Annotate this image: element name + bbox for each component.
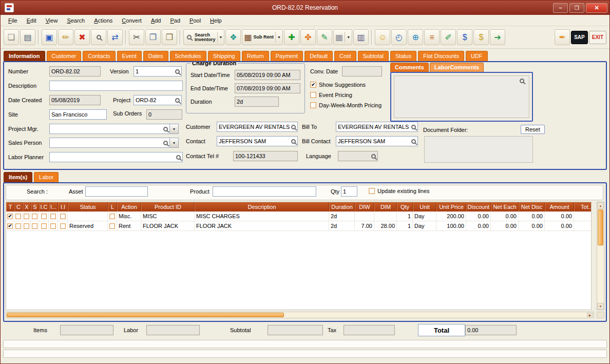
tab-flat-discounts[interactable]: Flat Discounts bbox=[418, 51, 464, 61]
column-header-i-c[interactable]: I.C bbox=[39, 202, 49, 212]
menu-view[interactable]: View bbox=[41, 15, 63, 26]
date-created-field[interactable]: 05/08/2019 bbox=[49, 95, 101, 105]
menu-add[interactable]: Add bbox=[146, 15, 166, 26]
payment-money-button[interactable]: $ bbox=[473, 29, 489, 45]
row-checkbox[interactable] bbox=[60, 223, 66, 229]
tab-items[interactable]: Item(s) bbox=[4, 172, 32, 182]
menu-pad[interactable]: Pad bbox=[165, 15, 185, 26]
magnifier-icon[interactable] bbox=[175, 69, 180, 74]
column-header-l[interactable]: L bbox=[108, 202, 117, 212]
tab-customer[interactable]: Customer bbox=[47, 51, 82, 61]
column-header-dim[interactable]: DIM bbox=[374, 202, 397, 212]
contact-field[interactable]: JEFFERSON SAM bbox=[217, 136, 298, 146]
reset-button[interactable]: Reset bbox=[521, 125, 545, 134]
delete-button[interactable]: ✖ bbox=[74, 29, 90, 45]
end-datetime-field[interactable]: 07/08/2019 09:00 AM bbox=[235, 83, 300, 93]
comments-textarea[interactable] bbox=[394, 75, 529, 118]
new-order-button[interactable]: ❏ bbox=[4, 29, 19, 45]
calendar-button[interactable]: ▦ bbox=[333, 29, 352, 45]
column-header-unit-price[interactable]: Unit Price bbox=[436, 202, 466, 212]
row-checkbox[interactable] bbox=[7, 223, 13, 229]
version-field[interactable]: 1 bbox=[134, 66, 182, 76]
column-header-diw[interactable]: DIW bbox=[355, 202, 374, 212]
column-header-net-each[interactable]: Net Each bbox=[491, 202, 519, 212]
tab-default[interactable]: Default bbox=[304, 51, 333, 61]
customer-field[interactable]: EVERGREEN AV RENTALS bbox=[217, 122, 298, 132]
tab-udf[interactable]: UDF bbox=[466, 51, 488, 61]
magnifier-icon[interactable] bbox=[291, 125, 296, 129]
tab-cost[interactable]: Cost bbox=[334, 51, 356, 61]
menu-convert[interactable]: Convert bbox=[117, 15, 146, 26]
reports-stack-button[interactable]: ≡ bbox=[424, 29, 440, 45]
menu-search[interactable]: Search bbox=[62, 15, 89, 26]
maximize-button[interactable] bbox=[569, 3, 584, 13]
update-existing-lines-checkbox[interactable] bbox=[369, 188, 375, 194]
tab-shipping[interactable]: Shipping bbox=[208, 51, 240, 61]
column-header-status[interactable]: Status bbox=[68, 202, 108, 212]
contact-tel-field[interactable]: 100-121433 bbox=[233, 151, 298, 161]
menu-actions[interactable]: Actions bbox=[89, 15, 117, 26]
duration-field[interactable]: 2d bbox=[235, 97, 279, 107]
table-row[interactable]: ReservedRentFLOOR JACKFLOOR JACK2d7.0028… bbox=[6, 221, 591, 231]
tab-comments[interactable]: Comments bbox=[390, 63, 429, 72]
paste-button[interactable]: ❒ bbox=[162, 29, 177, 45]
tab-laborcomments[interactable]: LaborComments bbox=[430, 63, 484, 72]
row-checkbox[interactable] bbox=[32, 223, 37, 229]
row-checkbox[interactable] bbox=[41, 214, 47, 219]
column-header-s[interactable]: S bbox=[31, 202, 39, 212]
row-checkbox[interactable] bbox=[15, 214, 21, 219]
row-checkbox[interactable] bbox=[24, 214, 29, 219]
tab-information[interactable]: Information bbox=[4, 51, 45, 61]
row-checkbox[interactable] bbox=[41, 223, 47, 229]
site-field[interactable]: San Francisco bbox=[49, 109, 107, 120]
h-scroll-thumb[interactable] bbox=[7, 313, 284, 317]
labor-planner-field[interactable] bbox=[49, 152, 183, 162]
description-field[interactable] bbox=[49, 81, 183, 91]
row-checkbox[interactable] bbox=[109, 223, 115, 229]
row-checkbox[interactable] bbox=[50, 214, 56, 219]
scroll-down-button[interactable] bbox=[597, 303, 604, 310]
column-header-duration[interactable]: Duration bbox=[329, 202, 355, 212]
conv-date-field[interactable] bbox=[342, 66, 382, 76]
column-header-tot[interactable]: Tot... bbox=[574, 202, 591, 212]
scroll-right-button[interactable] bbox=[587, 313, 593, 317]
minimize-button[interactable] bbox=[553, 3, 568, 13]
project-mgr-field[interactable] bbox=[49, 124, 179, 134]
print-button[interactable]: ▤ bbox=[20, 29, 35, 45]
shapes-button[interactable]: ❖ bbox=[225, 29, 241, 45]
magnifier-icon[interactable] bbox=[163, 141, 168, 145]
tab-labor[interactable]: Labor bbox=[34, 172, 59, 182]
magnifier-icon[interactable] bbox=[520, 79, 524, 83]
magnifier-icon[interactable] bbox=[371, 154, 376, 159]
show-suggestions-checkbox[interactable] bbox=[310, 82, 316, 88]
transfer-button[interactable]: ➔ bbox=[490, 29, 505, 45]
tab-schedules[interactable]: Schedules bbox=[170, 51, 206, 61]
project-field[interactable]: ORD-82 bbox=[134, 95, 182, 105]
scroll-up-button[interactable] bbox=[597, 202, 604, 209]
number-field[interactable]: ORD-82.02 bbox=[49, 66, 101, 76]
sub-rent-button[interactable]: ▦Sub Rent bbox=[242, 29, 283, 45]
row-checkbox[interactable] bbox=[24, 223, 29, 229]
row-checkbox[interactable] bbox=[7, 214, 13, 219]
product-input[interactable] bbox=[213, 186, 316, 197]
add-line-button[interactable]: ✚ bbox=[284, 29, 299, 45]
column-header-action[interactable]: Action bbox=[117, 202, 141, 212]
column-header-i[interactable]: I... bbox=[49, 202, 58, 212]
magnifier-icon[interactable] bbox=[411, 125, 416, 129]
tab-return[interactable]: Return bbox=[242, 51, 269, 61]
magnifier-icon[interactable] bbox=[291, 139, 296, 144]
paintbrush-button[interactable]: ✒ bbox=[555, 29, 570, 45]
worksheet-button[interactable]: ✐ bbox=[441, 29, 456, 45]
bill-to-field[interactable]: EVERGREEN AV RENTALS bbox=[336, 122, 418, 132]
v-scroll-thumb[interactable] bbox=[598, 209, 603, 245]
menu-pool[interactable]: Pool bbox=[185, 15, 205, 26]
row-checkbox[interactable] bbox=[15, 223, 21, 229]
column-header-qty[interactable]: Qty bbox=[397, 202, 413, 212]
row-checkbox[interactable] bbox=[60, 214, 66, 219]
magnifier-icon[interactable] bbox=[175, 98, 180, 103]
bill-contact-field[interactable]: JEFFERSON SAM bbox=[336, 136, 418, 146]
asset-input[interactable] bbox=[85, 186, 148, 197]
qty-input[interactable]: 1 bbox=[341, 186, 357, 197]
convert-document-button[interactable]: ⇄ bbox=[107, 29, 123, 45]
tab-subtotal[interactable]: Subtotal bbox=[358, 51, 389, 61]
